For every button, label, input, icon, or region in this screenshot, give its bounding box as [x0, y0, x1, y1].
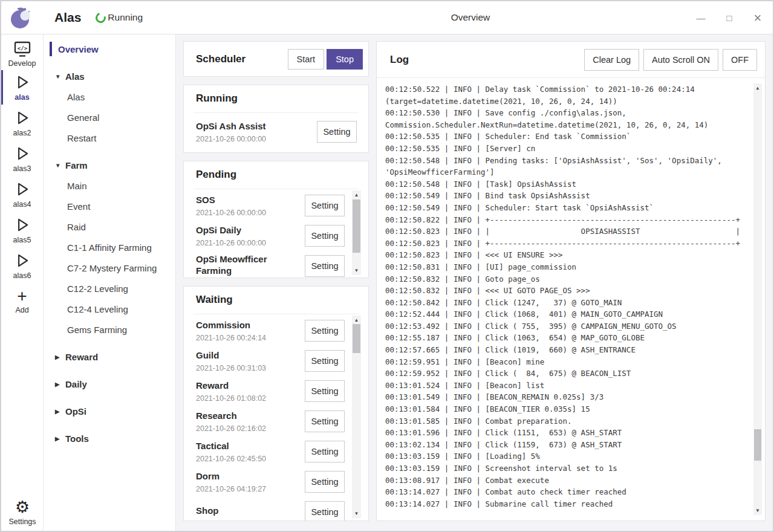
log-line: 00:12:50.842 | INFO | Click (1247, 37) @… — [385, 297, 744, 309]
settings-button[interactable]: ⚙ Settings — [1, 499, 44, 526]
nav-item[interactable]: Overview — [44, 39, 175, 59]
nav-item[interactable]: Alas — [44, 86, 175, 107]
task-setting-button[interactable]: Setting — [305, 350, 345, 372]
waiting-scrollbar[interactable]: ▲ ▼ — [352, 316, 361, 518]
task-setting-button[interactable]: Setting — [305, 195, 345, 216]
rail-instance[interactable]: alas2 — [1, 105, 44, 141]
task-setting-button[interactable]: Setting — [305, 320, 345, 342]
log-line: 00:12:50.832 | INFO | <<< UI GOTO PAGE_O… — [385, 285, 744, 297]
close-icon[interactable]: × — [752, 10, 763, 26]
rail-instance[interactable]: alas3 — [1, 141, 44, 177]
log-line: 00:12:50.522 | INFO | Delay task `Commis… — [385, 83, 744, 96]
log-scrollbar[interactable]: ▲ ▼ — [753, 83, 762, 515]
task-time: 2021-10-26 00:00:00 — [196, 239, 305, 247]
nav-item[interactable]: General — [44, 107, 175, 128]
autoscroll-off-button[interactable]: OFF — [723, 49, 757, 71]
log-panel: Log Clear Log Auto Scroll ON OFF 00:12:5… — [376, 41, 766, 521]
running-spinner-icon — [94, 11, 108, 25]
minimize-icon[interactable]: — — [695, 15, 706, 21]
nav-item[interactable]: Restart — [44, 128, 175, 148]
rail-instance[interactable]: alas — [1, 70, 44, 105]
rail-instance-label: alas5 — [13, 236, 31, 244]
log-output[interactable]: 00:12:50.522 | INFO | Delay task `Commis… — [377, 78, 765, 521]
rail-item-develop[interactable]: </> Develop — [1, 39, 44, 70]
nav-item[interactable]: ▶ Reward — [44, 346, 175, 367]
rail-item-label: Develop — [8, 59, 36, 68]
nav-item[interactable]: ▼ Alas — [44, 66, 175, 86]
task-setting-button[interactable]: Setting — [305, 380, 345, 402]
task-time: 2021-10-26 04:19:27 — [196, 485, 305, 493]
nav-arrow-icon: ▶ — [55, 381, 65, 388]
autoscroll-on-button[interactable]: Auto Scroll ON — [643, 49, 718, 71]
scheduler-stop-button[interactable]: Stop — [327, 49, 363, 70]
nav-item[interactable]: ▶ Tools — [44, 428, 175, 449]
task-setting-button[interactable]: Setting — [305, 501, 345, 521]
play-icon — [13, 180, 31, 198]
maximize-icon[interactable]: □ — [724, 13, 735, 23]
task-time: 2021-10-26 01:08:02 — [196, 394, 305, 403]
log-line: 00:12:50.823 | INFO | +-----------------… — [385, 238, 744, 250]
pending-title: Pending — [184, 169, 368, 184]
nav-item[interactable]: Event — [44, 196, 175, 216]
scroll-up-icon[interactable]: ▲ — [352, 316, 361, 324]
settings-label: Settings — [8, 517, 36, 526]
rail-instance-label: alas2 — [13, 129, 31, 137]
nav-item[interactable]: C12-4 Leveling — [44, 299, 175, 319]
nav-item[interactable]: ▶ OpSi — [44, 401, 175, 421]
nav-item-label: C12-4 Leveling — [67, 304, 128, 314]
scroll-thumb[interactable] — [353, 324, 360, 353]
nav-item-label: OpSi — [65, 406, 86, 417]
scroll-up-icon[interactable]: ▲ — [352, 191, 361, 199]
nav-item[interactable]: C12-2 Leveling — [44, 278, 175, 299]
log-line: 00:13:01.596 | INFO | Click (1151, 653) … — [385, 427, 744, 439]
scroll-down-icon[interactable]: ▼ — [753, 507, 762, 514]
nav-item[interactable]: C1-1 Affinity Farming — [44, 237, 175, 258]
task-time: 2021-10-26 00:24:14 — [196, 334, 305, 342]
task-setting-button[interactable]: Setting — [305, 255, 345, 277]
task-row: Dorm 2021-10-26 04:19:27 Setting — [196, 467, 368, 497]
task-row: Research 2021-10-26 02:16:02 Setting — [196, 406, 368, 436]
nav-item[interactable]: ▼ Farm — [44, 155, 175, 175]
task-setting-button[interactable]: Setting — [305, 225, 345, 247]
task-time: 2021-10-26 02:16:02 — [196, 424, 305, 433]
scheduler-start-button[interactable]: Start — [288, 49, 325, 70]
log-line: 00:13:03.159 | INFO | Screenshot interva… — [385, 462, 744, 475]
add-instance-button[interactable]: + Add — [1, 285, 44, 317]
waiting-panel: Waiting Commission 2021-10-26 00:24:14 S… — [183, 286, 369, 521]
rail-instance[interactable]: alas6 — [1, 248, 44, 284]
nav-item[interactable]: C7-2 Mystery Farming — [44, 258, 175, 278]
nav-item[interactable]: Raid — [44, 216, 175, 237]
task-row: Shop Setting — [196, 497, 368, 521]
task-name: Guild — [196, 349, 300, 361]
nav-item-label: C1-1 Affinity Farming — [67, 242, 152, 253]
task-setting-button[interactable]: Setting — [305, 471, 345, 493]
rail-instance[interactable]: alas4 — [1, 177, 44, 212]
task-setting-button[interactable]: Setting — [317, 121, 357, 143]
page-title: Overview — [451, 12, 490, 23]
log-line: 00:12:50.535 | INFO | [Server] cn — [385, 143, 744, 155]
scroll-down-icon[interactable]: ▼ — [352, 510, 361, 517]
app-name: Alas — [54, 10, 81, 25]
nav-item[interactable]: Main — [44, 175, 175, 196]
rail-instance-label: alas4 — [13, 200, 31, 209]
clear-log-button[interactable]: Clear Log — [584, 49, 639, 71]
pending-scrollbar[interactable]: ▲ ▼ — [352, 190, 361, 275]
log-line: 00:12:50.831 | INFO | [UI] page_commissi… — [385, 261, 744, 273]
play-icon — [13, 109, 31, 127]
scroll-up-icon[interactable]: ▲ — [753, 84, 762, 92]
task-row: OpSi Ash Assist 2021-10-26 00:00:00 Sett… — [196, 117, 368, 147]
rail-instance[interactable]: alas5 — [1, 212, 44, 248]
scroll-thumb[interactable] — [353, 199, 360, 253]
scroll-down-icon[interactable]: ▼ — [352, 267, 361, 274]
task-setting-button[interactable]: Setting — [305, 410, 345, 432]
nav-item-label: C12-2 Leveling — [67, 284, 128, 294]
window-controls: — □ × — [695, 1, 763, 34]
task-setting-button[interactable]: Setting — [305, 441, 345, 462]
scroll-thumb[interactable] — [754, 429, 761, 461]
nav-item[interactable]: Gems Farming — [44, 319, 175, 340]
nav-item-label: Overview — [58, 44, 99, 54]
rail-instance-label: alas6 — [13, 271, 31, 280]
app-window: Alas Running Overview — □ × </> Develop — [0, 0, 774, 532]
log-line: 00:13:03.159 | INFO | [Loading] 5% — [385, 450, 744, 462]
nav-item[interactable]: ▶ Daily — [44, 374, 175, 394]
